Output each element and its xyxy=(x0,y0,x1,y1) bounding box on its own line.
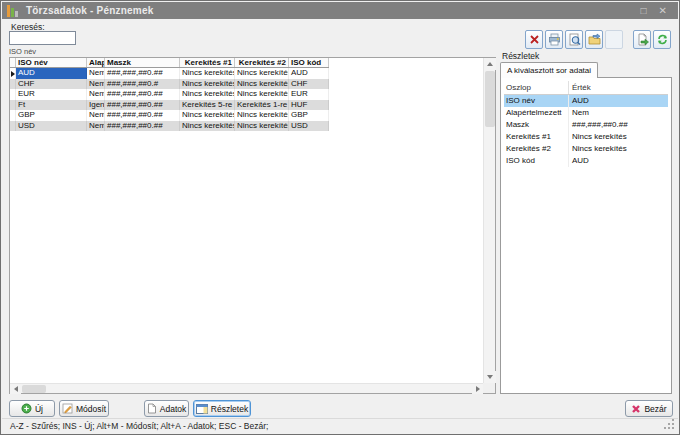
refresh-button[interactable] xyxy=(653,30,671,49)
details-value-cell: AUD xyxy=(568,155,668,167)
cell-iso-nev: AUD xyxy=(16,68,87,79)
scroll-up-button[interactable] xyxy=(484,58,496,70)
cell-maszk: ###,###,##0.## xyxy=(105,89,180,100)
search-input[interactable] xyxy=(9,31,76,45)
details-row-alapertelmezett[interactable]: Alapértelmezett Nem xyxy=(504,107,668,119)
close-window-button[interactable]: Bezár xyxy=(625,400,673,417)
cell-iso-kod: AUD xyxy=(289,68,329,79)
statusbar-shortcuts-text: A-Z - Szűrés; INS - Új; Alt+M - Módosít;… xyxy=(10,421,268,431)
table-row-eur[interactable]: EUR Nem ###,###,##0.## Nincs kerekítés N… xyxy=(10,89,329,100)
cell-iso-nev: USD xyxy=(16,121,87,132)
new-button-label: Új xyxy=(35,404,43,414)
column-header-kerekites-2[interactable]: Kerekítés #2 xyxy=(235,58,289,67)
details-label-cell: Kerekítés #1 xyxy=(504,131,568,143)
cell-iso-kod: HUF xyxy=(289,100,329,111)
export-button[interactable] xyxy=(585,30,603,49)
table-row-chf[interactable]: CHF Nem ###,###,##0.# Nincs kerekítés Ni… xyxy=(10,79,329,90)
table-row-usd[interactable]: USD Nem ###,###,##0.## Nincs kerekítés N… xyxy=(10,121,329,132)
horizontal-scrollbar[interactable] xyxy=(10,383,483,393)
column-header-maszk[interactable]: Maszk xyxy=(105,58,180,67)
cell-iso-nev: CHF xyxy=(16,79,87,90)
details-label-cell: ISO kód xyxy=(504,155,568,167)
data-button-label: Adatok xyxy=(160,404,186,414)
details-value-cell: ###,###,##0.## xyxy=(568,119,668,131)
horizontal-scroll-thumb[interactable] xyxy=(22,385,46,393)
details-row-iso-nev[interactable]: ISO név AUD xyxy=(504,95,668,107)
cell-kerekites-1: Kerekítés 5-re xyxy=(180,100,235,111)
cell-kerekites-2: Nincs kerekítés xyxy=(235,68,289,79)
details-label-cell: Maszk xyxy=(504,119,568,131)
cell-maszk: ###,###,##0.## xyxy=(105,100,180,111)
vertical-scrollbar[interactable] xyxy=(483,58,495,383)
export-file-icon xyxy=(636,33,649,46)
modify-button-label: Módosít xyxy=(76,404,106,414)
new-button[interactable]: Új xyxy=(9,400,55,417)
scroll-down-button[interactable] xyxy=(484,371,496,383)
toolbar xyxy=(525,30,671,49)
column-header-iso-kod[interactable]: ISO kód xyxy=(289,58,329,67)
table-header-row: ISO név Alapé Maszk Kerekítés #1 Kerekít… xyxy=(10,58,329,68)
details-row-kerekites-2[interactable]: Kerekítés #2 Nincs kerekítés xyxy=(504,143,668,155)
details-label-cell: Alapértelmezett xyxy=(504,107,568,119)
cell-iso-nev: GBP xyxy=(16,110,87,121)
maximize-button[interactable]: □ xyxy=(641,6,647,16)
cell-alapertelmezett: Nem xyxy=(87,68,105,79)
table-row-aud[interactable]: AUD Nem ###,###,##0.## Nincs kerekítés N… xyxy=(10,68,329,79)
data-button[interactable]: Adatok xyxy=(144,400,189,417)
cell-alapertelmezett: Igen xyxy=(87,100,105,111)
cell-alapertelmezett: Nem xyxy=(87,121,105,132)
tab-selected-row-data[interactable]: A kiválasztott sor adatai xyxy=(500,62,598,78)
new-icon xyxy=(21,403,32,414)
cell-alapertelmezett: Nem xyxy=(87,110,105,121)
cell-maszk: ###,###,##0.# xyxy=(105,79,180,90)
details-column-ertek: Érték xyxy=(568,81,668,94)
close-x-icon xyxy=(631,404,641,414)
screen: Törzsadatok - Pénznemek □ ✕ Keresés: ISO… xyxy=(0,0,680,435)
modify-button[interactable]: Módosít xyxy=(59,400,109,417)
preview-button[interactable] xyxy=(565,30,583,49)
details-column-oszlop: Oszlop xyxy=(504,81,568,94)
window-title: Törzsadatok - Pénznemek xyxy=(26,5,153,16)
details-value-cell: Nincs kerekítés xyxy=(568,131,668,143)
refresh-icon xyxy=(656,33,669,46)
modify-icon xyxy=(62,403,73,414)
column-header-iso-nev[interactable]: ISO név xyxy=(16,58,87,67)
table-row-gbp[interactable]: GBP Nem ###,###,##0.## Nincs kerekítés N… xyxy=(10,110,329,121)
cell-iso-kod: CHF xyxy=(289,79,329,90)
column-header-alapertelmezett[interactable]: Alapé xyxy=(87,58,105,67)
details-group-label: Részletek xyxy=(502,51,539,61)
cell-kerekites-1: Nincs kerekítés xyxy=(180,68,235,79)
scroll-left-button[interactable] xyxy=(10,384,21,394)
cell-kerekites-1: Nincs kerekítés xyxy=(180,89,235,100)
scroll-right-button[interactable] xyxy=(472,384,483,394)
details-row-maszk[interactable]: Maszk ###,###,##0.## xyxy=(504,119,668,131)
cell-alapertelmezett: Nem xyxy=(87,79,105,90)
cell-maszk: ###,###,##0.## xyxy=(105,68,180,79)
cell-kerekites-2: Nincs kerekítés xyxy=(235,121,289,132)
details-panel-icon xyxy=(196,404,208,414)
cell-kerekites-2: Nincs kerekítés xyxy=(235,79,289,90)
print-button[interactable] xyxy=(545,30,563,49)
details-label-cell: Kerekítés #2 xyxy=(504,143,568,155)
details-row-kerekites-1[interactable]: Kerekítés #1 Nincs kerekítés xyxy=(504,131,668,143)
search-preview-icon xyxy=(568,33,581,46)
arrow-down-icon xyxy=(487,375,493,379)
app-icon xyxy=(7,5,20,17)
cell-kerekites-2: Kerekítés 1-re xyxy=(235,100,289,111)
document-icon xyxy=(147,403,157,414)
export-file-button[interactable] xyxy=(633,30,651,49)
clear-filter-icon xyxy=(528,33,541,46)
details-label-cell: ISO név xyxy=(504,95,568,107)
details-row-iso-kod[interactable]: ISO kód AUD xyxy=(504,155,668,167)
table-row-ft[interactable]: Ft Igen ###,###,##0.## Kerekítés 5-re Ke… xyxy=(10,100,329,111)
cell-kerekites-1: Nincs kerekítés xyxy=(180,110,235,121)
close-button[interactable]: ✕ xyxy=(659,6,667,16)
column-header-kerekites-1[interactable]: Kerekítés #1 xyxy=(180,58,235,67)
resize-grip[interactable] xyxy=(672,427,674,429)
cell-iso-nev: Ft xyxy=(16,100,87,111)
clear-filter-button[interactable] xyxy=(525,30,543,49)
vertical-scroll-thumb[interactable] xyxy=(485,71,495,127)
details-button[interactable]: Részletek xyxy=(193,400,251,417)
export-icon xyxy=(588,33,601,46)
details-value-cell: AUD xyxy=(568,95,668,107)
